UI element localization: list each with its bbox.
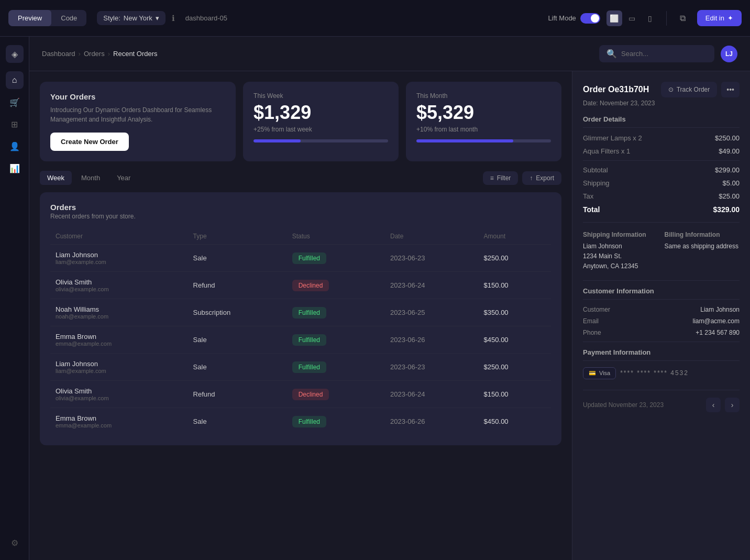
type-cell: Subscription: [188, 299, 287, 326]
visa-badge: 💳 Visa: [583, 367, 616, 379]
edit-button[interactable]: Edit in ✦: [697, 10, 742, 26]
time-tabs-row: Week Month Year ≡ Filter ↑ Export: [40, 171, 561, 185]
search-input[interactable]: [621, 50, 707, 58]
more-options-button[interactable]: •••: [721, 82, 740, 97]
this-month-progress-fill: [416, 139, 513, 142]
col-type: Type: [188, 228, 287, 245]
header-nav: Dashboard › Orders › Recent Orders 🔍 LJ: [29, 37, 750, 71]
sidebar-item-chart[interactable]: 📊: [6, 159, 24, 177]
type-cell: Sale: [188, 245, 287, 272]
orders-table: Customer Type Status Date Amount Liam Jo…: [50, 228, 551, 435]
nav-arrows: ‹ ›: [706, 398, 740, 412]
status-cell: Fulfilled: [287, 326, 385, 354]
shipping-label: Shipping: [583, 179, 610, 187]
copy-icon[interactable]: ⧉: [675, 10, 691, 26]
this-week-card: This Week $1,329 +25% from last week: [243, 82, 399, 161]
export-icon: ↑: [530, 174, 533, 182]
lift-mode-toggle[interactable]: [580, 13, 600, 24]
status-badge: Fulfilled: [292, 307, 326, 319]
table-row[interactable]: Olivia Smith olivia@example.com Refund D…: [50, 381, 551, 408]
subtotal-row: Subtotal $299.00: [583, 166, 740, 174]
breadcrumb-sep-1: ›: [79, 50, 81, 58]
credit-card-icon: 💳: [589, 370, 596, 377]
type-cell: Sale: [188, 408, 287, 435]
customer-name: Emma Brown: [56, 414, 183, 422]
export-label: Export: [536, 174, 554, 182]
customer-email: noah@example.com: [56, 313, 183, 320]
amount-cell: $450.00: [479, 326, 551, 354]
style-selector[interactable]: Style: New York ▾: [97, 11, 165, 25]
breadcrumb-orders[interactable]: Orders: [84, 50, 105, 58]
create-order-button[interactable]: Create New Order: [50, 133, 129, 151]
lift-mode-label: Lift Mode: [548, 14, 576, 22]
table-row[interactable]: Liam Johnson liam@example.com Sale Fulfi…: [50, 354, 551, 381]
status-cell: Declined: [287, 381, 385, 408]
code-button[interactable]: Code: [51, 10, 86, 26]
subtotal-label: Subtotal: [583, 166, 608, 174]
tab-year[interactable]: Year: [109, 171, 138, 185]
table-row[interactable]: Olivia Smith olivia@example.com Refund D…: [50, 272, 551, 299]
status-badge: Fulfilled: [292, 416, 326, 427]
sidebar-item-cart[interactable]: 🛒: [6, 93, 24, 111]
tab-week[interactable]: Week: [40, 171, 72, 185]
sidebar-item-users[interactable]: 👤: [6, 137, 24, 155]
prev-arrow-button[interactable]: ‹: [706, 398, 721, 412]
email-row: Email liam@acme.com: [583, 317, 740, 325]
table-row[interactable]: Noah Williams noah@example.com Subscript…: [50, 299, 551, 326]
tablet-view-icon[interactable]: ▭: [624, 10, 640, 26]
customer-cell: Liam Johnson liam@example.com: [50, 245, 188, 272]
panel-header-actions: ⊙ Track Order •••: [661, 82, 740, 97]
mobile-view-icon[interactable]: ▯: [642, 10, 658, 26]
customer-name: Olivia Smith: [56, 387, 183, 395]
amount-cell: $350.00: [479, 299, 551, 326]
billing-info-col: Billing Information Same as shipping add…: [665, 231, 740, 272]
topbar: Preview Code Style: New York ▾ ℹ dashboa…: [0, 0, 750, 37]
breadcrumb-sep-2: ›: [108, 50, 110, 58]
date-cell: 2023-06-24: [385, 381, 479, 408]
this-month-label: This Month: [416, 92, 551, 100]
desktop-view-icon[interactable]: ⬜: [606, 10, 622, 26]
amount-cell: $250.00: [479, 354, 551, 381]
this-week-amount: $1,329: [253, 102, 388, 124]
status-badge: Fulfilled: [292, 361, 326, 373]
track-order-button[interactable]: ⊙ Track Order: [661, 82, 718, 97]
status-cell: Declined: [287, 272, 385, 299]
toggle-knob: [591, 14, 599, 23]
sidebar-item-home[interactable]: ⌂: [6, 71, 24, 89]
payment-brand: Visa: [599, 370, 610, 376]
customer-row: Customer Liam Johnson: [583, 306, 740, 313]
date-cell: 2023-06-24: [385, 272, 479, 299]
status-cell: Fulfilled: [287, 245, 385, 272]
sidebar-item-grid[interactable]: ⊞: [6, 115, 24, 133]
export-button[interactable]: ↑ Export: [522, 171, 561, 185]
table-row[interactable]: Emma Brown emma@example.com Sale Fulfill…: [50, 408, 551, 435]
customer-info-title: Customer Information: [583, 287, 740, 300]
preview-button[interactable]: Preview: [8, 10, 51, 26]
tab-month[interactable]: Month: [74, 171, 107, 185]
type-cell: Refund: [188, 272, 287, 299]
shipping-value: $5.00: [722, 179, 740, 187]
orders-table-body: Liam Johnson liam@example.com Sale Fulfi…: [50, 245, 551, 435]
status-cell: Fulfilled: [287, 408, 385, 435]
breadcrumb-dashboard[interactable]: Dashboard: [42, 50, 75, 58]
email-label: Email: [583, 317, 599, 325]
this-week-label: This Week: [253, 92, 388, 100]
sidebar-settings[interactable]: ⚙: [6, 534, 24, 552]
amount-cell: $250.00: [479, 245, 551, 272]
table-row[interactable]: Emma Brown emma@example.com Sale Fulfill…: [50, 326, 551, 354]
total-label: Total: [583, 205, 600, 214]
table-row[interactable]: Liam Johnson liam@example.com Sale Fulfi…: [50, 245, 551, 272]
customer-cell: Emma Brown emma@example.com: [50, 408, 188, 435]
phone-label: Phone: [583, 329, 601, 336]
search-bar[interactable]: 🔍: [599, 45, 714, 62]
order-item-2-name: Aqua Filters x 1: [583, 147, 630, 155]
next-arrow-button[interactable]: ›: [725, 398, 740, 412]
col-date: Date: [385, 228, 479, 245]
divider-3: [583, 280, 740, 281]
amount-cell: $450.00: [479, 408, 551, 435]
date-cell: 2023-06-26: [385, 326, 479, 354]
welcome-card: Your Orders Introducing Our Dynamic Orde…: [40, 82, 236, 161]
phone-row: Phone +1 234 567 890: [583, 329, 740, 336]
customer-label: Customer: [583, 306, 610, 313]
filter-button[interactable]: ≡ Filter: [483, 171, 519, 185]
